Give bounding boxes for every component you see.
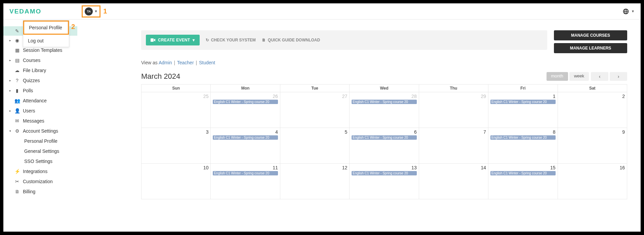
annotation-1: 1 [103, 7, 107, 15]
calendar-cell[interactable]: 10 [142, 164, 211, 199]
sidebar-item-label: File Library [23, 68, 46, 73]
mail-icon: ✉ [15, 119, 19, 123]
caret-right-icon: ▸ [9, 79, 11, 82]
calendar-day-header: Sat [558, 85, 627, 92]
day-number: 2 [560, 94, 625, 99]
next-button[interactable]: › [610, 72, 627, 81]
calendar-event[interactable]: English C1 Winter - Spring course 20 [352, 135, 416, 140]
caret-right-icon: ▸ [9, 39, 11, 42]
calendar-cell[interactable]: 15English C1 Winter - Spring course 20 [488, 164, 558, 199]
check-system-label: CHECK YOUR SYSTEM [211, 38, 256, 42]
sidebar-item-quizzes[interactable]: ▸ ? Quizzes [3, 75, 77, 86]
day-number: 25 [144, 94, 208, 99]
calendar-cell[interactable]: 5 [280, 128, 349, 164]
calendar-cell[interactable]: 16 [558, 164, 627, 199]
calendar-event[interactable]: English C1 Winter - Spring course 20 [490, 100, 555, 104]
sidebar-item-polls[interactable]: ▸ ▮ Polls [3, 86, 77, 96]
caret-down-icon: ▾ [9, 129, 11, 133]
calendar-day-header: Wed [350, 85, 419, 92]
sidebar-item-label: Users [23, 108, 35, 113]
quick-guide-link[interactable]: 🗎 QUICK GUIDE DOWNLOAD [262, 38, 320, 42]
camera-icon [151, 38, 155, 42]
calendar-day-header: Mon [211, 85, 280, 92]
check-system-link[interactable]: ↻ CHECK YOUR SYSTEM [206, 38, 256, 42]
day-number: 15 [490, 165, 555, 170]
sidebar-item-account-settings[interactable]: ▾ ⚙ Account Settings [3, 126, 77, 136]
calendar-cell[interactable]: 12 [280, 164, 349, 199]
sidebar-item-customization[interactable]: ✂ Customization [3, 176, 77, 187]
doc-icon: 🗎 [15, 189, 19, 194]
create-event-button[interactable]: CREATE EVENT ▾ [146, 35, 200, 45]
view-as-teacher[interactable]: Teacher [177, 60, 194, 65]
view-as-admin[interactable]: Admin [159, 60, 172, 65]
caret-down-icon: ▼ [631, 9, 635, 13]
calendar-cell[interactable]: 11English C1 Winter - Spring course 20 [211, 164, 280, 199]
view-as-student[interactable]: Student [199, 60, 215, 65]
calendar-title: March 2024 [141, 72, 180, 81]
calendar-cell[interactable]: 6English C1 Winter - Spring course 20 [350, 128, 419, 164]
day-number: 11 [213, 165, 278, 170]
calendar-event[interactable]: English C1 Winter - Spring course 20 [490, 171, 555, 175]
calendar-event[interactable]: English C1 Winter - Spring course 20 [490, 135, 555, 140]
create-event-label: CREATE EVENT [158, 38, 190, 42]
sidebar-item-messages[interactable]: ✉ Messages [3, 116, 77, 126]
manage-learners-button[interactable]: MANAGE LEARNERS [554, 43, 627, 53]
calendar-cell[interactable]: 29 [419, 92, 488, 128]
day-number: 6 [352, 129, 416, 135]
calendar-cell[interactable]: 4English C1 Winter - Spring course 20 [211, 128, 280, 164]
caret-right-icon: ▸ [9, 59, 11, 62]
manage-courses-button[interactable]: MANAGE COURSES [554, 30, 627, 40]
calendar-cell[interactable]: 9 [558, 128, 627, 164]
calendar-cell[interactable]: 2 [558, 92, 627, 128]
profile-menu-trigger[interactable]: TA ▼ [82, 5, 100, 18]
sidebar-item-integrations[interactable]: ⚡ Integrations [3, 166, 77, 176]
calendar-cell[interactable]: 13English C1 Winter - Spring course 20 [350, 164, 419, 199]
calendar-event[interactable]: English C1 Winter - Spring course 20 [213, 171, 278, 175]
sidebar-item-users[interactable]: ▸ 👤 Users [3, 106, 77, 116]
calendar-cell[interactable]: 8English C1 Winter - Spring course 20 [488, 128, 558, 164]
calendar-cell[interactable]: 3 [142, 128, 211, 164]
day-number: 27 [282, 94, 347, 99]
day-number: 1 [490, 94, 555, 99]
caret-down-icon: ▼ [94, 9, 97, 13]
day-number: 3 [144, 129, 208, 135]
caret-right-icon: ▸ [9, 89, 11, 92]
calendar-cell[interactable]: 7 [419, 128, 488, 164]
day-number: 5 [282, 129, 347, 135]
sidebar-item-label: Quizzes [23, 78, 40, 83]
calendar-cell[interactable]: 26English C1 Winter - Spring course 20 [211, 92, 280, 128]
calendar-cell[interactable]: 28English C1 Winter - Spring course 20 [350, 92, 419, 128]
view-as-prefix: View as [141, 60, 159, 65]
day-number: 9 [560, 129, 625, 135]
sidebar-item-attendance[interactable]: 👥 Attendance [3, 96, 77, 106]
view-week-button[interactable]: week [569, 72, 589, 81]
calendar-cell[interactable]: 27 [280, 92, 349, 128]
calendar-event[interactable]: English C1 Winter - Spring course 20 [213, 135, 278, 140]
sidebar-item-billing[interactable]: 🗎 Billing [3, 187, 77, 197]
sidebar: ✎ ▸ ◉ ▦ Session Templates ▸ ▤ Courses ☁ … [3, 20, 77, 232]
calendar-cell[interactable]: 1English C1 Winter - Spring course 20 [488, 92, 558, 128]
sidebar-item-file-library[interactable]: ☁ File Library [3, 65, 77, 75]
calendar-event[interactable]: English C1 Winter - Spring course 20 [352, 100, 416, 104]
calendar-cell[interactable]: 14 [419, 164, 488, 199]
profile-dropdown: Personal Profile Log out [23, 20, 69, 47]
view-month-button[interactable]: month [547, 72, 568, 81]
dropdown-item-personal-profile[interactable]: Personal Profile [23, 21, 69, 35]
annotation-2: 2 [71, 23, 75, 31]
sidebar-sub-personal-profile[interactable]: Personal Profile [3, 136, 77, 146]
sidebar-sub-general-settings[interactable]: General Settings [3, 146, 77, 156]
dropdown-item-logout[interactable]: Log out [23, 35, 69, 47]
sidebar-item-label: Polls [23, 88, 33, 93]
sidebar-item-label: Courses [23, 58, 40, 63]
sidebar-item-courses[interactable]: ▸ ▤ Courses [3, 55, 77, 65]
prev-button[interactable]: ‹ [591, 72, 608, 81]
day-number: 4 [213, 129, 278, 135]
day-number: 7 [421, 129, 486, 135]
calendar-cell[interactable]: 25 [142, 92, 211, 128]
sidebar-sub-sso-settings[interactable]: SSO Settings [3, 156, 77, 166]
sidebar-item-label: Messages [23, 118, 44, 124]
calendar-event[interactable]: English C1 Winter - Spring course 20 [352, 171, 416, 175]
language-menu[interactable]: ▼ [622, 8, 635, 15]
calendar-event[interactable]: English C1 Winter - Spring course 20 [213, 100, 278, 104]
refresh-icon: ↻ [206, 38, 209, 42]
